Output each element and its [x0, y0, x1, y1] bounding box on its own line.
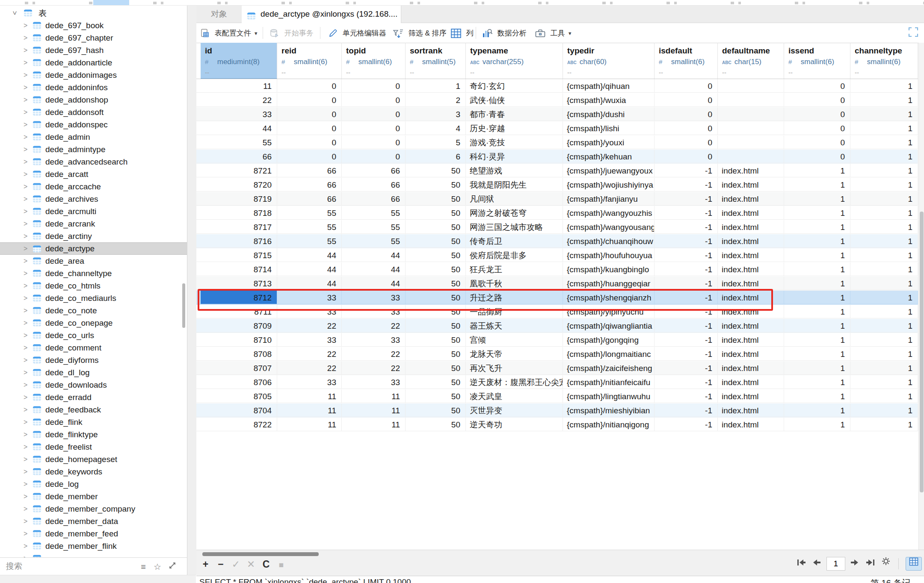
cell-issend[interactable]: 1 [784, 220, 850, 234]
row-marker[interactable] [196, 178, 201, 191]
cell-reid[interactable]: 11 [277, 389, 342, 403]
expand-chevron-icon[interactable]: > [24, 428, 27, 441]
table-row-8716[interactable]: 8716555550传奇后卫{cmspath}/chuanqihouw-1ind… [196, 234, 918, 248]
apply-changes-button[interactable]: ✓ [230, 558, 242, 571]
cell-topid[interactable]: 0 [342, 79, 406, 93]
sidebar-item-dede_addonarticle[interactable]: >dede_addonarticle [0, 56, 187, 69]
sidebar-item-dede_area[interactable]: >dede_area [0, 255, 187, 267]
expand-chevron-icon[interactable]: > [24, 366, 27, 379]
collapse-chevron-icon[interactable]: > [9, 11, 21, 15]
cell-id[interactable]: 8717 [201, 220, 277, 234]
maximize-panel-icon[interactable] [908, 26, 919, 40]
cell-channeltype[interactable]: 1 [850, 206, 918, 220]
expand-chevron-icon[interactable]: > [24, 342, 27, 354]
sidebar-item-dede_log[interactable]: >dede_log [0, 478, 187, 490]
cell-typename[interactable]: 科幻·灵异 [466, 150, 563, 163]
fetch-settings-gear-icon[interactable] [879, 556, 893, 571]
cell-reid[interactable]: 22 [277, 361, 342, 375]
cell-defaultname[interactable] [718, 79, 784, 93]
expand-chevron-icon[interactable]: > [24, 441, 27, 453]
cell-issend[interactable]: 1 [784, 375, 850, 389]
cell-typedir[interactable]: {cmspath}/fanjianyu [563, 192, 654, 206]
sidebar-scrollbar-thumb[interactable] [182, 283, 185, 328]
cell-editor-button[interactable]: 单元格编辑器 [328, 23, 386, 43]
sidebar-item-dede_admin[interactable]: >dede_admin [0, 131, 187, 143]
table-row-8719[interactable]: 8719666650凡间狱{cmspath}/fanjianyu-1index.… [196, 192, 918, 206]
cell-topid[interactable]: 0 [342, 135, 406, 149]
cell-defaultname[interactable] [718, 107, 784, 121]
cell-channeltype[interactable]: 1 [850, 403, 918, 417]
table-row-8706[interactable]: 8706333350逆天废材：腹黑邪王心尖宠{cmspath}/nitianfe… [196, 375, 918, 389]
expand-chevron-icon[interactable]: > [24, 106, 27, 118]
cell-typename[interactable]: 凌天武皇 [466, 389, 563, 403]
cell-channeltype[interactable]: 1 [850, 305, 918, 318]
cell-defaultname[interactable]: index.html [718, 333, 784, 347]
cell-topid[interactable]: 44 [342, 248, 406, 262]
sidebar-item-dede_dl_log[interactable]: >dede_dl_log [0, 366, 187, 379]
cell-issend[interactable]: 1 [784, 305, 850, 318]
cell-issend[interactable]: 0 [784, 107, 850, 121]
expand-chevron-icon[interactable]: > [24, 478, 27, 490]
column-header-topid[interactable]: topid# smallint(6)-- [342, 43, 406, 79]
row-marker[interactable] [196, 347, 201, 361]
cell-issend[interactable]: 1 [784, 262, 850, 276]
cell-sortrank[interactable]: 50 [406, 347, 466, 361]
cell-defaultname[interactable]: index.html [718, 164, 784, 177]
cell-reid[interactable]: 0 [277, 79, 342, 93]
sidebar-item-dede_member_company[interactable]: >dede_member_company [0, 503, 187, 515]
add-row-button[interactable]: + [199, 558, 212, 571]
sidebar-item-dede_member_flink[interactable]: >dede_member_flink [0, 540, 187, 552]
cell-typename[interactable]: 灭世异变 [466, 403, 563, 417]
cell-typedir[interactable]: {cmspath}/wojiushiyinya [563, 178, 654, 191]
cell-issend[interactable]: 1 [784, 319, 850, 333]
cell-typename[interactable]: 武侠·仙侠 [466, 93, 563, 107]
cell-sortrank[interactable]: 50 [406, 333, 466, 347]
cell-reid[interactable]: 22 [277, 319, 342, 333]
cell-topid[interactable]: 22 [342, 361, 406, 375]
cell-sortrank[interactable]: 50 [406, 220, 466, 234]
cell-sortrank[interactable]: 50 [406, 319, 466, 333]
cell-reid[interactable]: 44 [277, 248, 342, 262]
cell-id[interactable]: 8718 [201, 206, 277, 220]
expand-chevron-icon[interactable]: > [24, 317, 27, 329]
expand-chevron-icon[interactable]: > [24, 218, 27, 230]
expand-chevron-icon[interactable]: > [24, 292, 27, 304]
cell-isdefault[interactable]: -1 [654, 418, 718, 431]
collapse-all-icon[interactable] [167, 561, 178, 572]
column-header-typename[interactable]: typenameABC varchar(255)-- [466, 43, 563, 79]
cell-sortrank[interactable]: 50 [406, 248, 466, 262]
cell-reid[interactable]: 0 [277, 150, 342, 163]
cell-typedir[interactable]: {cmspath}/houfuhouyua [563, 248, 654, 262]
page-number-input[interactable] [826, 557, 845, 571]
table-config-button[interactable]: 表配置文件▼ [200, 23, 258, 43]
cell-typedir[interactable]: {cmspath}/mieshiyibian [563, 403, 654, 417]
sidebar-item-dede_co_note[interactable]: >dede_co_note [0, 304, 187, 317]
cell-channeltype[interactable]: 1 [850, 93, 918, 107]
expand-chevron-icon[interactable]: > [24, 527, 27, 540]
cell-sortrank[interactable]: 50 [406, 234, 466, 248]
cell-channeltype[interactable]: 1 [850, 234, 918, 248]
cell-isdefault[interactable]: -1 [654, 178, 718, 191]
cell-reid[interactable]: 55 [277, 206, 342, 220]
table-row-8710[interactable]: 8710333350宫倾{cmspath}/gongqing-1index.ht… [196, 333, 918, 347]
cell-issend[interactable]: 0 [784, 79, 850, 93]
cell-issend[interactable]: 1 [784, 418, 850, 431]
cell-reid[interactable]: 33 [277, 333, 342, 347]
cell-issend[interactable]: 1 [784, 164, 850, 177]
cell-sortrank[interactable]: 50 [406, 403, 466, 417]
cell-channeltype[interactable]: 1 [850, 291, 918, 304]
cell-typename[interactable]: 逆天废材：腹黑邪王心尖宠 [466, 375, 563, 389]
cell-typedir[interactable]: {cmspath}/wuxia [563, 93, 654, 107]
cell-sortrank[interactable]: 50 [406, 206, 466, 220]
cell-id[interactable]: 8721 [201, 164, 277, 177]
cell-id[interactable]: 44 [201, 121, 277, 135]
cell-topid[interactable]: 66 [342, 178, 406, 191]
sidebar-item-dede_arctype[interactable]: >dede_arctype [0, 242, 187, 255]
cell-topid[interactable]: 22 [342, 319, 406, 333]
cell-isdefault[interactable]: -1 [654, 262, 718, 276]
table-row-11[interactable]: 11001奇幻·玄幻{cmspath}/qihuan001 [196, 79, 918, 93]
column-filter-placeholder[interactable]: -- [722, 69, 784, 77]
cell-typedir[interactable]: {cmspath}/huanggeqiar [563, 277, 654, 290]
cell-topid[interactable]: 33 [342, 333, 406, 347]
cell-typename[interactable]: 侯府后院是非多 [466, 248, 563, 262]
